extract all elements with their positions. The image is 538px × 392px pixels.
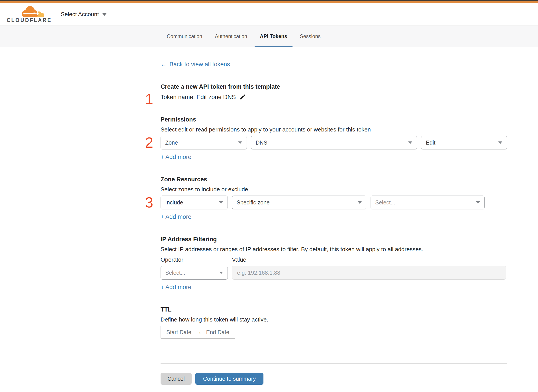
permissions-description: Select edit or read permissions to apply…	[161, 126, 507, 133]
permission-scope-select[interactable]: Zone	[161, 136, 247, 149]
ip-filtering-row: Select...	[161, 266, 507, 280]
top-orange-strip	[0, 1, 538, 3]
permission-scope-value: Zone	[165, 140, 178, 146]
zone-scope-value: Specific zone	[237, 199, 270, 206]
tab-authentication[interactable]: Authentication	[210, 26, 253, 47]
ip-filtering-description: Select IP addresses or ranges of IP addr…	[161, 246, 507, 253]
operator-label: Operator	[161, 256, 232, 263]
back-link-label: Back to view all tokens	[169, 61, 230, 68]
chevron-down-icon	[219, 201, 223, 204]
operator-select-placeholder: Select...	[165, 270, 185, 276]
back-arrow-icon: ←	[161, 61, 167, 68]
edit-pencil-icon[interactable]	[239, 93, 246, 100]
continue-to-summary-button[interactable]: Continue to summary	[195, 373, 264, 385]
token-name-row: 1 Token name: Edit zone DNS	[161, 94, 507, 101]
chevron-down-icon	[476, 201, 480, 204]
permission-access-select[interactable]: Edit	[421, 136, 507, 149]
end-date-label: End Date	[206, 329, 229, 336]
zone-resources-add-more-link[interactable]: + Add more	[161, 214, 191, 220]
zone-resources-description: Select zones to include or exclude.	[161, 186, 507, 193]
back-to-tokens-link[interactable]: ← Back to view all tokens	[161, 61, 230, 68]
permissions-add-more-link[interactable]: + Add more	[161, 154, 191, 160]
account-selector-label: Select Account	[61, 11, 99, 18]
value-label: Value	[232, 256, 246, 263]
tab-communication[interactable]: Communication	[161, 26, 208, 47]
back-row: ← Back to view all tokens	[161, 61, 507, 68]
step-1-number: 1	[145, 92, 153, 107]
zone-resources-heading: Zone Resources	[161, 176, 507, 183]
ip-filtering-add-more-link[interactable]: + Add more	[161, 284, 191, 291]
chevron-down-icon	[219, 272, 223, 274]
cloudflare-wordmark: CLOUDFLARE	[7, 17, 52, 23]
zone-picker-select[interactable]: Select...	[370, 196, 485, 209]
step-2-number: 2	[145, 135, 153, 150]
footer-divider	[161, 363, 507, 364]
permission-service-select[interactable]: DNS	[251, 136, 417, 149]
zone-scope-select[interactable]: Specific zone	[232, 196, 366, 209]
profile-tabbar: Communication Authentication API Tokens …	[0, 26, 538, 47]
footer-actions: Cancel Continue to summary	[161, 373, 507, 385]
permissions-row: 2 Zone DNS Edit	[161, 136, 507, 149]
ip-filtering-labels: Operator Value	[161, 256, 507, 263]
ttl-date-range-picker[interactable]: Start Date → End Date	[161, 326, 235, 339]
ttl-description: Define how long this token will stay act…	[161, 316, 507, 323]
create-token-heading: Create a new API token from this templat…	[161, 83, 507, 90]
permission-service-value: DNS	[256, 140, 267, 146]
tab-sessions[interactable]: Sessions	[295, 26, 326, 47]
permission-access-value: Edit	[426, 140, 435, 146]
cloudflare-api-token-page: CLOUDFLARE Select Account Communication …	[0, 0, 538, 392]
step-3-number: 3	[145, 195, 153, 210]
cloudflare-cloud-icon	[18, 5, 47, 19]
chevron-down-icon	[408, 141, 412, 144]
chevron-down-icon	[498, 141, 502, 144]
zone-resources-row: 3 Include Specific zone Select...	[161, 196, 507, 209]
chevron-down-icon	[238, 141, 242, 144]
account-selector[interactable]: Select Account	[61, 11, 107, 18]
app-header: CLOUDFLARE Select Account	[0, 3, 538, 26]
cancel-button[interactable]: Cancel	[161, 373, 192, 385]
ip-filtering-heading: IP Address Filtering	[161, 236, 507, 243]
zone-mode-select[interactable]: Include	[161, 196, 228, 209]
chevron-down-icon	[358, 201, 362, 204]
ttl-heading: TTL	[161, 306, 507, 313]
ip-value-input[interactable]	[232, 266, 506, 280]
tab-api-tokens[interactable]: API Tokens	[255, 26, 293, 47]
zone-mode-value: Include	[165, 199, 183, 206]
operator-select[interactable]: Select...	[161, 266, 228, 280]
token-name-text: Token name: Edit zone DNS	[161, 94, 236, 101]
start-date-label: Start Date	[166, 329, 191, 336]
cloudflare-logo[interactable]: CLOUDFLARE	[7, 4, 47, 25]
token-template-form: ← Back to view all tokens Create a new A…	[161, 61, 507, 385]
arrow-right-icon: →	[196, 329, 202, 336]
zone-picker-placeholder: Select...	[375, 199, 395, 206]
chevron-down-icon	[102, 13, 107, 16]
permissions-heading: Permissions	[161, 116, 507, 123]
